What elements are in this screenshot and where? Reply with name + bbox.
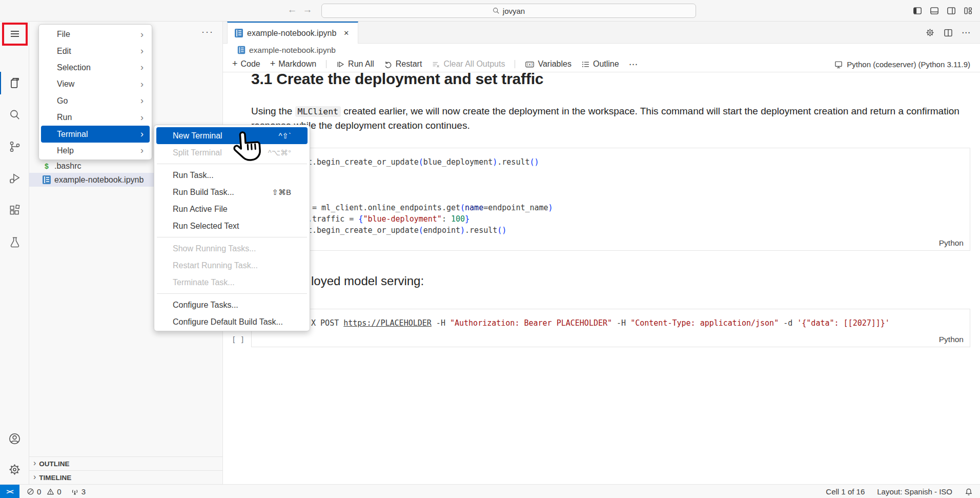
- toolbar-separator: [515, 60, 515, 68]
- sidebar-item-search[interactable]: [0, 103, 29, 127]
- notebook-content: 3.1 Create the deployment and set traffi…: [223, 72, 980, 484]
- toggle-secondary-sidebar-icon[interactable]: [947, 6, 956, 15]
- menu-item-configure-default-build-task[interactable]: Configure Default Build Task...: [156, 313, 308, 330]
- run-all-button[interactable]: Run All: [336, 59, 374, 69]
- restart-icon: [384, 60, 393, 69]
- more-actions-icon[interactable]: ⋯: [962, 27, 971, 38]
- variables-button[interactable]: (x) Variables: [525, 59, 571, 69]
- broadcast-ports-icon: [71, 488, 79, 496]
- inline-code: MLClient: [295, 106, 341, 117]
- menu-item-terminate-task[interactable]: Terminate Task...: [156, 274, 308, 291]
- menu-item-run-build-task[interactable]: Run Build Task...⇧⌘B: [156, 184, 308, 201]
- notebook-file-icon: [235, 29, 243, 37]
- explorer-more-actions[interactable]: ···: [201, 27, 214, 37]
- sidebar-item-source-control[interactable]: [0, 134, 29, 159]
- restart-kernel-button[interactable]: Restart: [384, 59, 422, 69]
- shortcut-label: ^⇧`: [278, 131, 300, 141]
- account-button[interactable]: [0, 426, 29, 451]
- markdown-text-fragment: loyed model serving:: [311, 274, 424, 288]
- warning-icon: [47, 488, 54, 495]
- chevron-right-icon: ›: [33, 472, 36, 482]
- application-menu: File› Edit› Selection› View› Go› Run› Te…: [38, 24, 152, 160]
- toggle-primary-sidebar-icon[interactable]: [913, 6, 922, 15]
- menu-item-selection[interactable]: Selection›: [41, 59, 150, 76]
- timeline-section-header[interactable]: › TIMELINE: [29, 470, 223, 484]
- remote-indicator[interactable]: ><: [0, 485, 19, 498]
- split-editor-icon[interactable]: [944, 28, 953, 37]
- add-code-cell-button[interactable]: + Code: [232, 59, 260, 69]
- ports-status[interactable]: 3: [71, 487, 86, 496]
- notebook-toolbar: + Code + Markdown Run All Restart Clear …: [223, 56, 980, 72]
- code-line: .traffic = {"blue-deployment": 100}: [308, 213, 970, 225]
- close-tab-icon[interactable]: ✕: [343, 29, 349, 37]
- menu-item-run-active-file[interactable]: Run Active File: [156, 201, 308, 217]
- command-center-search[interactable]: jovyan: [321, 4, 696, 18]
- run-all-icon: [336, 60, 345, 69]
- toolbar-more-actions[interactable]: ⋯: [629, 59, 638, 70]
- more-icon: ⋯: [629, 59, 638, 70]
- menu-item-restart-running-task[interactable]: Restart Running Task...: [156, 257, 308, 274]
- code-line: -X POST https://PLACEHOLDER -H "Authoriz…: [307, 317, 970, 329]
- pointer-hand-cursor: [231, 129, 262, 165]
- add-markdown-cell-button[interactable]: + Markdown: [270, 59, 316, 69]
- sidebar-item-extensions[interactable]: [0, 198, 29, 223]
- problems-status[interactable]: 0 0: [27, 487, 62, 496]
- section-label: TIMELINE: [39, 474, 71, 482]
- cell-indicator[interactable]: Cell 1 of 16: [826, 487, 865, 496]
- toolbar-separator: [326, 60, 326, 68]
- cell-language-picker[interactable]: Python: [939, 238, 964, 248]
- clear-outputs-icon: [432, 60, 440, 69]
- nav-forward-button[interactable]: →: [301, 4, 314, 15]
- menu-item-terminal[interactable]: Terminal›: [41, 126, 150, 142]
- menu-item-file[interactable]: File›: [41, 26, 150, 43]
- tab-example-notebook[interactable]: example-notebook.ipynb ✕: [227, 22, 358, 44]
- search-text: jovyan: [503, 7, 525, 15]
- menu-item-run[interactable]: Run›: [41, 109, 150, 126]
- submenu-arrow-icon: ›: [140, 29, 144, 40]
- section-label: OUTLINE: [39, 460, 69, 468]
- source-control-icon: [8, 140, 22, 153]
- sidebar-item-run-debug[interactable]: [0, 166, 29, 191]
- code-cell-2[interactable]: -X POST https://PLACEHOLDER -H "Authoriz…: [251, 309, 970, 347]
- code-line: t.begin_create_or_update(blue_deployment…: [308, 156, 970, 168]
- clear-all-outputs-button[interactable]: Clear All Outputs: [432, 59, 505, 69]
- menu-item-edit[interactable]: Edit›: [41, 43, 150, 59]
- run-debug-icon: [8, 172, 22, 185]
- menu-item-run-task[interactable]: Run Task...: [156, 167, 308, 184]
- chevron-right-icon: ›: [33, 459, 36, 468]
- code-cell-1[interactable]: t.begin_create_or_update(blue_deployment…: [251, 148, 970, 251]
- nav-back-button[interactable]: ←: [286, 4, 298, 15]
- toggle-panel-icon[interactable]: [930, 6, 939, 15]
- cell-language-picker[interactable]: Python: [939, 335, 964, 344]
- code-line: [308, 168, 970, 179]
- explorer-files-icon: [8, 76, 22, 90]
- notifications-bell-icon[interactable]: [965, 488, 973, 496]
- menu-item-view[interactable]: View›: [41, 76, 150, 92]
- markdown-heading: 3.1 Create the deployment and set traffi…: [251, 72, 543, 88]
- kernel-picker[interactable]: Python (codeserver) (Python 3.11.9): [834, 56, 970, 72]
- outline-button[interactable]: Outline: [581, 59, 619, 69]
- keyboard-layout-indicator[interactable]: Layout: Spanish - ISO: [877, 487, 952, 496]
- plus-icon: +: [270, 59, 276, 68]
- notebook-settings-gear-icon[interactable]: [925, 28, 935, 37]
- submenu-arrow-icon: ›: [140, 62, 144, 73]
- svg-text:(x): (x): [526, 62, 533, 67]
- extensions-icon: [8, 204, 22, 217]
- menu-item-configure-tasks[interactable]: Configure Tasks...: [156, 296, 308, 313]
- sidebar-item-explorer[interactable]: [0, 71, 29, 95]
- menu-item-go[interactable]: Go›: [41, 93, 150, 109]
- search-icon: [493, 7, 500, 14]
- breadcrumb-item: example-notebook.ipynb: [249, 46, 336, 55]
- kernel-label: Python (codeserver) (Python 3.11.9): [847, 60, 970, 69]
- outline-section-header[interactable]: › OUTLINE: [29, 456, 223, 470]
- breadcrumb[interactable]: example-notebook.ipynb: [223, 44, 980, 56]
- code-line: [308, 179, 970, 190]
- account-icon: [8, 432, 22, 446]
- menu-item-run-selected-text[interactable]: Run Selected Text: [156, 217, 308, 234]
- customize-layout-icon[interactable]: [964, 6, 973, 15]
- menu-separator: [156, 291, 308, 296]
- settings-button[interactable]: [0, 457, 29, 482]
- menu-item-help[interactable]: Help›: [41, 143, 150, 159]
- menu-item-show-running-tasks[interactable]: Show Running Tasks...: [156, 240, 308, 257]
- sidebar-item-testing[interactable]: [0, 230, 29, 254]
